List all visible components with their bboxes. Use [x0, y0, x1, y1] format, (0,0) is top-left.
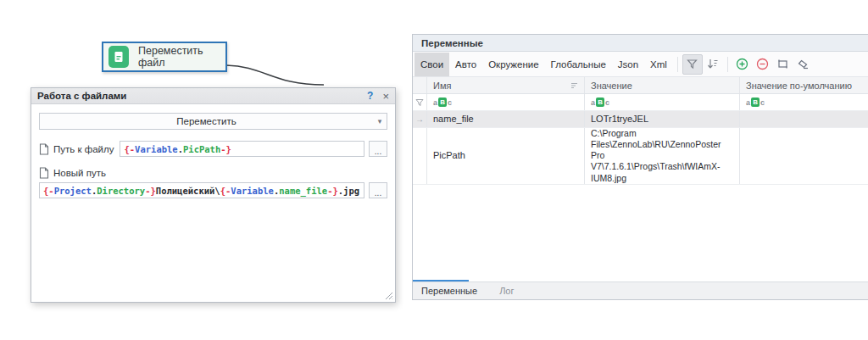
column-header-label: Имя	[433, 81, 451, 91]
filter-cell-name[interactable]: aBc	[427, 94, 585, 110]
tab-own[interactable]: Свои	[415, 53, 449, 76]
source-path-input[interactable]: {-Variable.PicPath-}	[120, 141, 364, 157]
source-path-label: Путь к файлу	[53, 144, 114, 154]
eraser-icon[interactable]	[793, 54, 814, 75]
file-actions-dialog: Работа с файлами ? × Переместить ▾ Путь …	[31, 87, 396, 303]
macro-segment: -}	[220, 144, 231, 154]
add-icon[interactable]	[732, 54, 753, 75]
filter-icon[interactable]	[682, 54, 703, 75]
filter-indicator-cell	[413, 94, 427, 110]
sort-icon[interactable]	[703, 54, 723, 75]
column-header-default[interactable]: Значение по-умолчанию	[740, 77, 868, 93]
column-header-name[interactable]: Имя	[427, 77, 585, 93]
grid-header-row: Имя Значение Значение по-умолчанию	[413, 77, 868, 94]
source-path-row: Путь к файлу {-Variable.PicPath-} ...	[39, 141, 387, 157]
cell-default[interactable]	[740, 111, 868, 127]
dialog-title: Работа с файлами	[37, 91, 367, 101]
current-row-arrow-icon: →	[415, 114, 424, 124]
variables-panel-titlebar[interactable]: Переменные	[413, 35, 868, 52]
dest-path-input[interactable]: {-Project.Directory-}Полицейский\{-Varia…	[39, 182, 364, 198]
row-indicator-cell	[413, 128, 427, 184]
toolbar-separator	[677, 57, 678, 72]
macro-segment: {-	[43, 186, 54, 196]
header-indicator-cell	[413, 77, 427, 93]
file-action-icon	[108, 46, 129, 68]
macro-segment: Variable	[135, 144, 178, 154]
macro-segment: Полицейский\	[156, 186, 220, 196]
panel-bottom-tabs: Переменные Лог	[413, 280, 868, 299]
macro-segment: {-	[220, 186, 231, 196]
column-header-label: Значение по-умолчанию	[746, 81, 852, 91]
chevron-down-icon: ▾	[373, 117, 387, 125]
panel-icon[interactable]	[773, 54, 793, 75]
filter-cell-value[interactable]: aBc	[585, 94, 740, 110]
sort-indicator-icon	[570, 82, 578, 89]
toolbar-separator	[727, 57, 728, 72]
cell-value[interactable]: C:\Program Files\ZennoLab\RU\ZennoPoster…	[585, 128, 740, 184]
macro-segment: name_file	[279, 186, 327, 196]
browse-button[interactable]: ...	[369, 182, 387, 198]
bottom-tab-log[interactable]: Лог	[499, 286, 514, 296]
bottom-tab-variables[interactable]: Переменные	[421, 286, 477, 296]
grid-empty-area	[413, 185, 868, 280]
grid-filter-row: aBc aBc aBc	[413, 94, 868, 111]
dialog-body: Переместить ▾ Путь к файлу {-Variable.Pi…	[31, 104, 395, 302]
macro-segment: PicPath	[183, 144, 220, 154]
macro-segment: Variable	[231, 186, 274, 196]
cell-default[interactable]	[740, 128, 868, 184]
close-icon[interactable]: ×	[382, 91, 389, 102]
tab-json[interactable]: Json	[612, 53, 644, 76]
dest-path-label-row: Новый путь	[39, 167, 387, 179]
cell-name[interactable]: name_file	[427, 111, 585, 127]
macro-segment: Directory	[97, 186, 145, 196]
action-select-value: Переместить	[40, 116, 373, 126]
macro-segment: {-	[124, 144, 135, 154]
tab-environment[interactable]: Окружение	[482, 53, 544, 76]
macro-segment: -}	[327, 186, 338, 196]
macro-segment: -}	[145, 186, 156, 196]
dest-path-label: Новый путь	[53, 168, 106, 178]
tab-xml[interactable]: Xml	[644, 53, 673, 76]
macro-segment: Project	[54, 186, 92, 196]
browse-button[interactable]: ...	[369, 141, 387, 157]
abc-filter-icon: aBc	[591, 98, 609, 107]
variables-toolbar: Свои Авто Окружение Глобальные Json Xml	[413, 52, 868, 77]
variables-panel-title: Переменные	[421, 38, 483, 48]
abc-filter-icon: aBc	[433, 98, 452, 107]
column-header-label: Значение	[591, 81, 632, 91]
filter-cell-default[interactable]: aBc	[740, 94, 868, 110]
variables-grid: Имя Значение Значение по-умолчанию aBc	[413, 77, 868, 280]
column-header-value[interactable]: Значение	[585, 77, 740, 93]
table-row[interactable]: → name_file LOTr1tryeJEL	[413, 111, 868, 128]
file-icon	[39, 143, 49, 155]
app-canvas: Переместить файл Работа с файлами ? × Пе…	[0, 0, 868, 340]
cell-name[interactable]: PicPath	[427, 128, 585, 184]
tab-auto[interactable]: Авто	[449, 53, 482, 76]
dest-path-row: {-Project.Directory-}Полицейский\{-Varia…	[39, 182, 387, 198]
variables-panel: Переменные Свои Авто Окружение Глобальны…	[412, 34, 868, 300]
macro-segment: .jpg	[338, 186, 359, 196]
tab-global[interactable]: Глобальные	[545, 53, 612, 76]
cell-value[interactable]: LOTr1tryeJEL	[585, 111, 740, 127]
table-row[interactable]: PicPath C:\Program Files\ZennoLab\RU\Zen…	[413, 128, 868, 185]
node-label: Переместить файл	[138, 45, 225, 69]
help-icon[interactable]: ?	[367, 90, 373, 102]
resize-grip[interactable]	[384, 291, 393, 300]
row-indicator-cell: →	[413, 111, 427, 127]
dialog-titlebar[interactable]: Работа с файлами ? ×	[31, 88, 395, 104]
action-node-move-file[interactable]: Переместить файл	[102, 42, 227, 72]
filter-small-icon	[415, 98, 424, 107]
abc-filter-icon: aBc	[746, 98, 765, 107]
action-select[interactable]: Переместить ▾	[39, 113, 387, 130]
file-icon	[39, 167, 49, 179]
remove-icon[interactable]	[753, 54, 773, 75]
